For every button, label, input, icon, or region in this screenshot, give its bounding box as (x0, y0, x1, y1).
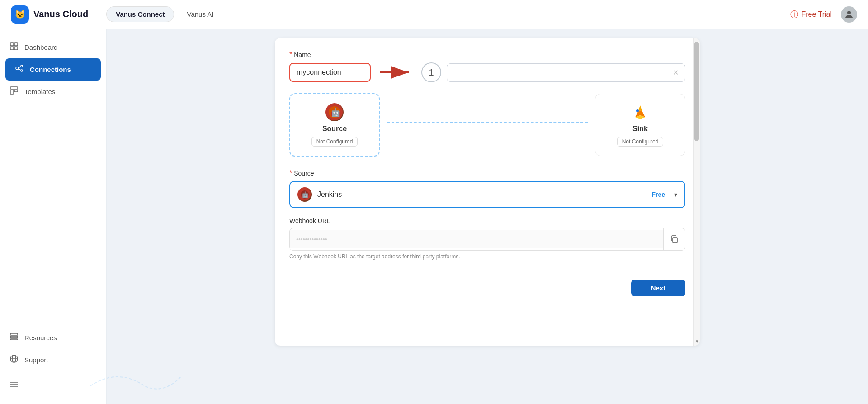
second-name-input[interactable]: ✕ (447, 63, 685, 82)
name-row: 1 ✕ (289, 62, 685, 82)
name-input-field[interactable] (289, 63, 371, 82)
sink-card[interactable]: Sink Not Configured (595, 94, 685, 156)
sidebar-bottom: Resources Support (0, 323, 106, 375)
svg-rect-1 (10, 43, 14, 46)
webhook-url-text: •••••••••••••• (296, 236, 327, 243)
tab-vanus-connect[interactable]: Vanus Connect (106, 6, 174, 22)
arrow-icon (378, 63, 414, 81)
webhook-section: Webhook URL •••••••••••••• (289, 217, 685, 260)
svg-point-5 (16, 67, 19, 70)
source-required-star: * (289, 169, 292, 177)
svg-rect-14 (10, 336, 18, 338)
svg-rect-4 (14, 47, 18, 50)
svg-text:🤖: 🤖 (302, 191, 309, 199)
source-dropdown[interactable]: 🤖 Jenkins Free ▾ (289, 181, 685, 208)
source-not-configured-badge: Not Configured (311, 137, 358, 147)
sink-connector-icon (631, 103, 649, 121)
form-bottom-actions: Next (275, 272, 700, 305)
logo-icon: 🐱 (11, 5, 29, 24)
next-button[interactable]: Next (631, 280, 685, 296)
svg-text:🤖: 🤖 (330, 108, 341, 118)
scrollbar-track[interactable]: ▲ ▼ (693, 38, 700, 346)
svg-rect-11 (10, 90, 14, 94)
svg-rect-13 (10, 333, 18, 335)
sidebar-item-menu[interactable] (0, 375, 106, 397)
scroll-down-arrow[interactable]: ▼ (694, 337, 700, 346)
source-label-text: Source (294, 170, 314, 177)
sidebar: Dashboard Connections Templates Resource… (0, 29, 107, 404)
connection-form-panel: ▲ ▼ * Name (275, 38, 700, 346)
nav-right: ⓘ Free Trial (790, 6, 857, 23)
app-title: Vanus Cloud (33, 9, 88, 19)
source-section: * Source 🤖 Jenkins Free (289, 169, 685, 208)
jenkins-icon: 🤖 (297, 187, 312, 202)
sidebar-label-connections: Connections (30, 66, 71, 73)
sidebar-item-templates[interactable]: Templates (0, 81, 106, 103)
name-field-label: * Name (289, 51, 685, 59)
scroll-thumb[interactable] (694, 42, 699, 141)
arrow-indicator (378, 63, 414, 81)
source-connector-icon: 🤖 (326, 103, 344, 121)
sidebar-label-dashboard: Dashboard (24, 43, 57, 51)
svg-rect-10 (10, 87, 18, 89)
menu-icon (9, 380, 19, 391)
source-card-name: Source (322, 125, 347, 133)
svg-rect-31 (673, 238, 677, 243)
resources-icon (9, 332, 19, 343)
layout: Dashboard Connections Templates Resource… (0, 0, 868, 404)
top-nav: 🐱 Vanus Cloud Vanus Connect Vanus AI ⓘ F… (0, 0, 868, 29)
sidebar-item-support[interactable]: Support (0, 349, 106, 371)
tab-vanus-ai[interactable]: Vanus AI (178, 6, 222, 22)
dashboard-icon (9, 42, 19, 53)
main-content: ▲ ▼ * Name (107, 29, 868, 404)
connector-dotted-line (387, 122, 588, 123)
step-circle-1: 1 (421, 62, 441, 82)
svg-rect-3 (10, 47, 14, 50)
free-trial-button[interactable]: ⓘ Free Trial (790, 9, 832, 20)
source-dropdown-name: Jenkins (317, 190, 646, 199)
webhook-label-text: Webhook URL (289, 217, 330, 224)
nav-tabs: Vanus Connect Vanus AI (106, 6, 222, 22)
required-star: * (289, 51, 292, 59)
sidebar-label-templates: Templates (24, 88, 55, 95)
svg-rect-15 (10, 339, 18, 340)
sidebar-label-resources: Resources (24, 334, 57, 342)
support-icon (9, 354, 19, 366)
source-section-label: * Source (289, 169, 685, 177)
user-avatar[interactable] (841, 6, 857, 23)
templates-icon (9, 86, 19, 97)
connector-cards-row: 🤖 Source Not Configured (289, 93, 685, 157)
webhook-url-display: •••••••••••••• (290, 230, 663, 248)
webhook-label: Webhook URL (289, 217, 685, 224)
sidebar-item-connections[interactable]: Connections (5, 58, 101, 81)
svg-line-8 (19, 67, 21, 68)
svg-point-0 (847, 11, 851, 14)
svg-point-6 (21, 65, 23, 67)
form-scroll-area: * Name (275, 38, 700, 272)
dropdown-chevron-icon: ▾ (674, 191, 677, 198)
sidebar-label-support: Support (24, 356, 48, 364)
webhook-help-text: Copy this Webhook URL as the target addr… (289, 253, 685, 260)
sink-not-configured-badge: Not Configured (617, 137, 664, 147)
source-card[interactable]: 🤖 Source Not Configured (289, 93, 380, 157)
svg-point-27 (636, 109, 639, 112)
sidebar-item-resources[interactable]: Resources (0, 327, 106, 349)
svg-point-7 (21, 70, 23, 71)
svg-line-9 (19, 69, 21, 70)
webhook-input-row: •••••••••••••• (289, 228, 685, 251)
connections-icon (14, 64, 24, 75)
warning-icon: ⓘ (790, 9, 798, 20)
sidebar-item-dashboard[interactable]: Dashboard (0, 36, 106, 58)
logo-area: 🐱 Vanus Cloud (11, 5, 88, 24)
copy-webhook-url-button[interactable] (663, 228, 685, 250)
sink-card-name: Sink (632, 125, 648, 133)
svg-rect-12 (14, 90, 18, 92)
clear-icon[interactable]: ✕ (673, 68, 679, 77)
source-free-badge: Free (651, 191, 665, 198)
svg-rect-2 (14, 43, 18, 46)
name-label-text: Name (294, 51, 311, 58)
free-trial-label: Free Trial (801, 10, 832, 19)
